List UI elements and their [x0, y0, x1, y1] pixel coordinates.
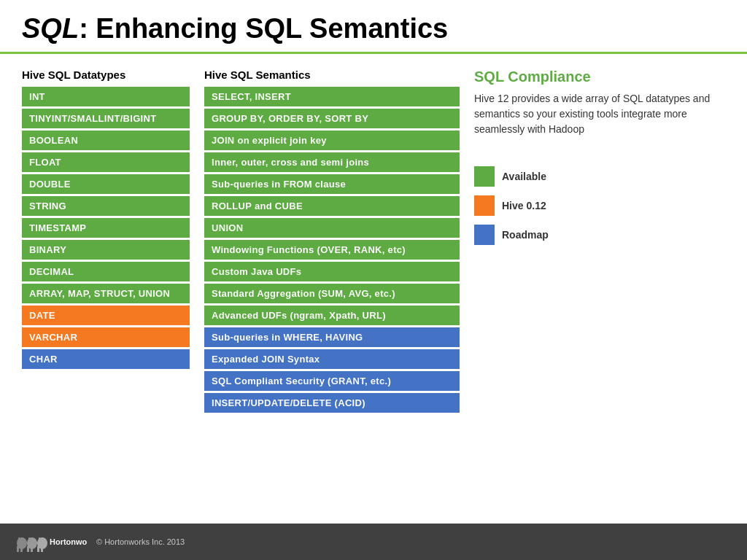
- page-container: SQL: Enhancing SQL Semantics Hive SQL Da…: [0, 0, 747, 560]
- header: SQL: Enhancing SQL Semantics: [0, 0, 747, 54]
- svg-rect-3: [18, 537, 20, 542]
- list-item: BINARY: [22, 240, 190, 260]
- compliance-column: SQL Compliance Hive 12 provides a wide a…: [474, 69, 725, 516]
- semantic-item: Windowing Functions (OVER, RANK, etc): [204, 240, 460, 260]
- legend-item: Roadmap: [474, 225, 725, 245]
- svg-rect-2: [20, 546, 23, 552]
- datatype-item: FLOAT: [22, 152, 190, 172]
- semantic-item: Sub-queries in WHERE, HAVING: [204, 327, 460, 347]
- list-item: Windowing Functions (OVER, RANK, etc): [204, 240, 460, 260]
- legend-color-box: [474, 225, 495, 245]
- semantic-item: Advanced UDFs (ngram, Xpath, URL): [204, 306, 460, 325]
- legend-label: Hive 0.12: [502, 200, 546, 211]
- semantics-column: Hive SQL Semantics SELECT, INSERTGROUP B…: [204, 69, 460, 516]
- semantic-item: Expanded JOIN Syntax: [204, 349, 460, 369]
- list-item: TINYINT/SMALLINT/BIGINT: [22, 109, 190, 128]
- semantic-item: SQL Compliant Security (GRANT, etc.): [204, 371, 460, 391]
- datatype-item: ARRAY, MAP, STRUCT, UNION: [22, 284, 190, 303]
- datatype-item: BINARY: [22, 240, 190, 260]
- legend-color-box: [474, 166, 495, 187]
- legend-label: Available: [502, 171, 546, 182]
- list-item: INSERT/UPDATE/DELETE (ACID): [204, 393, 460, 413]
- legend-color-box: [474, 195, 495, 216]
- list-item: TIMESTAMP: [22, 218, 190, 238]
- title-rest: : Enhancing SQL Semantics: [79, 13, 448, 44]
- title-sql: SQL: [22, 13, 79, 44]
- semantic-item: Inner, outer, cross and semi joins: [204, 152, 460, 172]
- footer-copyright: © Hortonworks Inc. 2013: [96, 537, 185, 546]
- legend: AvailableHive 0.12Roadmap: [474, 166, 725, 245]
- list-item: Advanced UDFs (ngram, Xpath, URL): [204, 306, 460, 325]
- list-item: FLOAT: [22, 152, 190, 172]
- semantic-item: INSERT/UPDATE/DELETE (ACID): [204, 393, 460, 413]
- list-item: Standard Aggregation (SUM, AVG, etc.): [204, 284, 460, 303]
- legend-label: Roadmap: [502, 229, 549, 241]
- datatypes-heading: Hive SQL Datatypes: [22, 69, 190, 81]
- svg-rect-5: [27, 546, 29, 552]
- compliance-text: Hive 12 provides a wide array of SQL dat…: [474, 91, 725, 137]
- list-item: BOOLEAN: [22, 131, 190, 150]
- list-item: VARCHAR: [22, 327, 190, 347]
- list-item: CHAR: [22, 349, 190, 369]
- list-item: SQL Compliant Security (GRANT, etc.): [204, 371, 460, 391]
- svg-text:Hortonworks: Hortonworks: [50, 537, 88, 546]
- datatype-item: STRING: [22, 196, 190, 216]
- datatype-item: INT: [22, 87, 190, 106]
- semantic-item: Sub-queries in FROM clause: [204, 174, 460, 194]
- semantic-item: ROLLUP and CUBE: [204, 196, 460, 216]
- svg-rect-1: [17, 546, 19, 552]
- semantic-item: GROUP BY, ORDER BY, SORT BY: [204, 109, 460, 128]
- svg-rect-7: [28, 537, 30, 542]
- semantic-item: Custom Java UDFs: [204, 262, 460, 281]
- legend-item: Hive 0.12: [474, 195, 725, 216]
- semantics-list: SELECT, INSERTGROUP BY, ORDER BY, SORT B…: [204, 87, 460, 413]
- hortonworks-logo: Hortonworks: [15, 530, 88, 553]
- datatype-item: VARCHAR: [22, 327, 190, 347]
- legend-item: Available: [474, 166, 725, 187]
- svg-rect-10: [41, 546, 43, 552]
- list-item: DATE: [22, 306, 190, 325]
- svg-rect-6: [31, 546, 33, 552]
- list-item: ARRAY, MAP, STRUCT, UNION: [22, 284, 190, 303]
- list-item: DOUBLE: [22, 174, 190, 194]
- list-item: INT: [22, 87, 190, 106]
- list-item: DECIMAL: [22, 262, 190, 281]
- datatype-item: TIMESTAMP: [22, 218, 190, 238]
- list-item: STRING: [22, 196, 190, 216]
- page-title: SQL: Enhancing SQL Semantics: [22, 13, 725, 44]
- datatype-item: DATE: [22, 306, 190, 325]
- svg-rect-9: [37, 546, 39, 552]
- datatypes-list: INTTINYINT/SMALLINT/BIGINTBOOLEANFLOATDO…: [22, 87, 190, 369]
- list-item: JOIN on explicit join key: [204, 131, 460, 150]
- footer-logo: Hortonworks: [15, 530, 88, 553]
- list-item: Sub-queries in FROM clause: [204, 174, 460, 194]
- list-item: UNION: [204, 218, 460, 238]
- list-item: Sub-queries in WHERE, HAVING: [204, 327, 460, 347]
- list-item: GROUP BY, ORDER BY, SORT BY: [204, 109, 460, 128]
- compliance-title: SQL Compliance: [474, 69, 725, 85]
- datatypes-column: Hive SQL Datatypes INTTINYINT/SMALLINT/B…: [22, 69, 190, 516]
- datatype-item: DECIMAL: [22, 262, 190, 281]
- list-item: Expanded JOIN Syntax: [204, 349, 460, 369]
- svg-rect-11: [39, 537, 40, 542]
- list-item: Custom Java UDFs: [204, 262, 460, 281]
- semantic-item: UNION: [204, 218, 460, 238]
- main-content: Hive SQL Datatypes INTTINYINT/SMALLINT/B…: [0, 54, 747, 524]
- datatype-item: BOOLEAN: [22, 131, 190, 150]
- datatype-item: TINYINT/SMALLINT/BIGINT: [22, 109, 190, 128]
- semantic-item: JOIN on explicit join key: [204, 131, 460, 150]
- footer: Hortonworks © Hortonworks Inc. 2013: [0, 524, 747, 560]
- list-item: ROLLUP and CUBE: [204, 196, 460, 216]
- semantic-item: SELECT, INSERT: [204, 87, 460, 106]
- list-item: Inner, outer, cross and semi joins: [204, 152, 460, 172]
- datatype-item: CHAR: [22, 349, 190, 369]
- datatype-item: DOUBLE: [22, 174, 190, 194]
- semantics-heading: Hive SQL Semantics: [204, 69, 460, 81]
- list-item: SELECT, INSERT: [204, 87, 460, 106]
- semantic-item: Standard Aggregation (SUM, AVG, etc.): [204, 284, 460, 303]
